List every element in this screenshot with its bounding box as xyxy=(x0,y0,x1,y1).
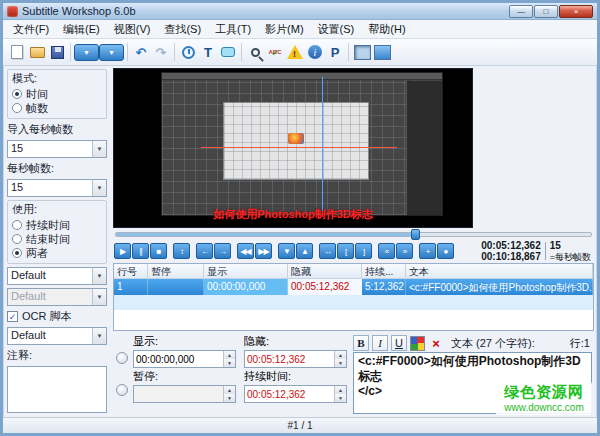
show-time-icon[interactable] xyxy=(116,352,128,364)
use-both-radio[interactable]: 两者 xyxy=(12,246,102,260)
faster-button[interactable]: ▲ xyxy=(296,243,313,259)
move-subtitle-button[interactable]: ↔ xyxy=(319,243,336,259)
font-color-icon[interactable] xyxy=(410,336,425,351)
spin-down-icon[interactable]: ▼ xyxy=(224,394,235,402)
video-preview-toggle[interactable] xyxy=(352,42,372,62)
mark-button[interactable]: ● xyxy=(437,243,454,259)
ocr-script-checkbox[interactable]: ✓ OCR 脚本 xyxy=(7,309,107,324)
spin-up-icon[interactable]: ▲ xyxy=(335,351,346,359)
column-header-pause[interactable]: 暂停 xyxy=(148,264,204,278)
italic-button[interactable]: I xyxy=(372,335,388,351)
start-point-button[interactable]: « xyxy=(378,243,395,259)
spellcheck-button[interactable]: ABC✓ xyxy=(265,42,285,62)
menu-help[interactable]: 帮助(H) xyxy=(361,20,412,39)
seek-slider-track[interactable] xyxy=(115,232,592,237)
chevron-down-icon: ▼ xyxy=(92,268,106,284)
watermark-name: 绿色资源网 xyxy=(504,383,584,402)
column-header-show[interactable]: 显示 xyxy=(204,264,288,278)
translator-mode-toggle[interactable] xyxy=(372,42,392,62)
pause-time-value xyxy=(134,386,223,402)
rewind-button[interactable]: ◀◀ xyxy=(237,243,254,259)
save-subtitle-dropdown[interactable]: ▼ xyxy=(99,44,124,61)
preview-button[interactable]: P xyxy=(325,42,345,62)
new-file-button[interactable] xyxy=(7,42,27,62)
use-duration-radio[interactable]: 持续时间 xyxy=(12,218,102,232)
cell-duration: 5:12,362 xyxy=(362,279,406,295)
undo-button[interactable]: ↶ xyxy=(131,42,151,62)
blue-guide-line xyxy=(322,77,323,210)
pause-button[interactable]: ∥ xyxy=(132,243,149,259)
spin-up-icon[interactable]: ▲ xyxy=(335,386,346,394)
spin-up-icon[interactable]: ▲ xyxy=(224,351,235,359)
main-area: 模式: 时间 帧数 导入每秒帧数 15 ▼ 每秒帧数: 15 ▼ xyxy=(3,66,597,417)
canvas-artwork xyxy=(288,133,304,144)
close-button[interactable]: × xyxy=(559,5,593,18)
forward-button[interactable]: ▶▶ xyxy=(255,243,272,259)
add-sync-point-button[interactable]: + xyxy=(419,243,436,259)
column-header-duration[interactable]: 持续... xyxy=(362,264,406,278)
duration-label: 持续时间: xyxy=(244,369,347,384)
search-button[interactable] xyxy=(245,42,265,62)
text-mode-button[interactable]: T xyxy=(198,42,218,62)
menu-edit[interactable]: 编辑(E) xyxy=(56,20,107,39)
spin-down-icon[interactable]: ▼ xyxy=(335,359,346,367)
next-subtitle-button[interactable]: → xyxy=(214,243,231,259)
show-time-spinner[interactable]: 00:00:00,000 ▲▼ xyxy=(133,350,236,368)
bold-button[interactable]: B xyxy=(353,335,369,351)
duration-spinner[interactable]: 00:05:12,362 ▲▼ xyxy=(244,385,347,403)
pause-time-icon[interactable] xyxy=(116,384,128,396)
style-primary-combo[interactable]: Default ▼ xyxy=(7,267,107,285)
mode-frames-radio[interactable]: 帧数 xyxy=(12,101,102,115)
menu-movie[interactable]: 影片(M) xyxy=(258,20,311,39)
column-header-hide[interactable]: 隐藏 xyxy=(288,264,362,278)
set-end-button[interactable]: ] xyxy=(355,243,372,259)
spin-down-icon[interactable]: ▼ xyxy=(224,359,235,367)
underline-button[interactable]: U xyxy=(391,335,407,351)
minimize-button[interactable]: — xyxy=(509,5,533,18)
menu-settings[interactable]: 设置(S) xyxy=(311,20,362,39)
comment-button[interactable] xyxy=(218,42,238,62)
toolbar-separator xyxy=(241,43,242,61)
spin-up-icon[interactable]: ▲ xyxy=(224,386,235,394)
hide-time-spinner[interactable]: 00:05:12,362 ▲▼ xyxy=(244,350,347,368)
error-check-button[interactable]: ! xyxy=(285,42,305,62)
chevron-down-icon: ▼ xyxy=(92,141,106,157)
notes-textarea[interactable] xyxy=(7,366,107,413)
spellcheck-check-icon: ✓ xyxy=(271,47,279,58)
use-duration-label: 持续时间 xyxy=(26,218,70,233)
set-start-button[interactable]: [ xyxy=(337,243,354,259)
ocr-script-combo[interactable]: Default ▼ xyxy=(7,327,107,345)
menu-search[interactable]: 查找(S) xyxy=(157,20,208,39)
time-mode-button[interactable] xyxy=(178,42,198,62)
prev-subtitle-button[interactable]: ← xyxy=(196,243,213,259)
spin-down-icon[interactable]: ▼ xyxy=(335,394,346,402)
load-subtitle-dropdown[interactable]: ▼ xyxy=(74,44,99,61)
site-watermark: 绿色资源网 www.downcc.com xyxy=(496,382,592,415)
stop-button[interactable]: ■ xyxy=(150,243,167,259)
input-fps-combo[interactable]: 15 ▼ xyxy=(7,140,107,158)
use-endtime-radio[interactable]: 结束时间 xyxy=(12,232,102,246)
toolbar: ▼ ▼ ↶ ↷ T ABC✓ ! i P xyxy=(3,39,597,66)
column-header-num[interactable]: 行号 xyxy=(114,264,148,278)
play-button[interactable]: ▶ xyxy=(114,243,131,259)
column-header-text[interactable]: 文本 xyxy=(406,264,593,278)
save-button[interactable] xyxy=(47,42,67,62)
pause-time-spinner[interactable]: ▲▼ xyxy=(133,385,236,403)
redo-button[interactable]: ↷ xyxy=(151,42,171,62)
fps-combo[interactable]: 15 ▼ xyxy=(7,179,107,197)
scroll-list-toggle[interactable]: ↕ xyxy=(173,243,190,259)
mode-time-radio[interactable]: 时间 xyxy=(12,87,102,101)
open-file-button[interactable] xyxy=(27,42,47,62)
clear-format-button[interactable]: × xyxy=(428,336,444,351)
table-row[interactable]: 1 00:00:00,000 00:05:12,362 5:12,362 <c:… xyxy=(114,279,593,295)
end-point-button[interactable]: » xyxy=(396,243,413,259)
menu-file[interactable]: 文件(F) xyxy=(6,20,56,39)
slower-button[interactable]: ▼ xyxy=(278,243,295,259)
video-display[interactable]: 如何使用Photoshop制作3D标志 xyxy=(113,68,473,228)
menu-tools[interactable]: 工具(T) xyxy=(208,20,258,39)
maximize-button[interactable]: □ xyxy=(534,5,558,18)
hide-time-value: 00:05:12,362 xyxy=(245,351,334,367)
information-button[interactable]: i xyxy=(305,42,325,62)
menu-view[interactable]: 视图(V) xyxy=(107,20,158,39)
seek-slider-thumb[interactable] xyxy=(411,229,420,240)
